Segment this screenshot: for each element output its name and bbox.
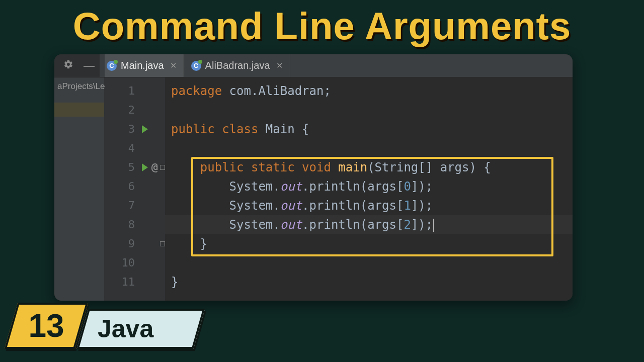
java-class-icon <box>107 61 117 71</box>
fold-icon[interactable] <box>160 241 165 246</box>
code-area[interactable]: package com.AliBadran; public class Main… <box>165 77 573 301</box>
tab-alibadran-java[interactable]: AliBadran.java ✕ <box>184 54 290 77</box>
gear-icon[interactable] <box>58 59 78 72</box>
language-label: Java <box>85 311 197 347</box>
lesson-number-badge: 13 <box>5 303 88 349</box>
page-title: Command Line Arguments <box>0 4 644 48</box>
editor-area: aProjects\Le 1 2 3 4 5@ 6 7 8 9 10 11 pa… <box>54 77 573 301</box>
language-badge: Java <box>77 309 205 349</box>
run-icon[interactable] <box>142 163 148 171</box>
project-tree-fragment[interactable]: aProjects\Le <box>54 77 105 301</box>
fold-icon[interactable] <box>160 165 165 170</box>
tree-path-text: aProjects\Le <box>57 81 105 91</box>
minimize-icon[interactable]: — <box>78 59 100 72</box>
tab-strip: — Main.java ✕ AliBadran.java ✕ <box>54 54 573 77</box>
java-class-icon <box>191 61 201 71</box>
ide-window: — Main.java ✕ AliBadran.java ✕ aProjects… <box>54 54 573 301</box>
line-gutter: 1 2 3 4 5@ 6 7 8 9 10 11 <box>105 77 165 301</box>
lesson-number: 13 <box>13 305 79 347</box>
close-icon[interactable]: ✕ <box>276 61 283 70</box>
tab-label: AliBadran.java <box>205 60 270 71</box>
close-icon[interactable]: ✕ <box>170 61 177 70</box>
run-icon[interactable] <box>142 125 148 133</box>
override-icon: @ <box>151 158 158 177</box>
tab-label: Main.java <box>121 60 164 71</box>
text-cursor <box>433 219 434 232</box>
tab-main-java[interactable]: Main.java ✕ <box>100 54 184 77</box>
tree-selection <box>54 103 104 117</box>
